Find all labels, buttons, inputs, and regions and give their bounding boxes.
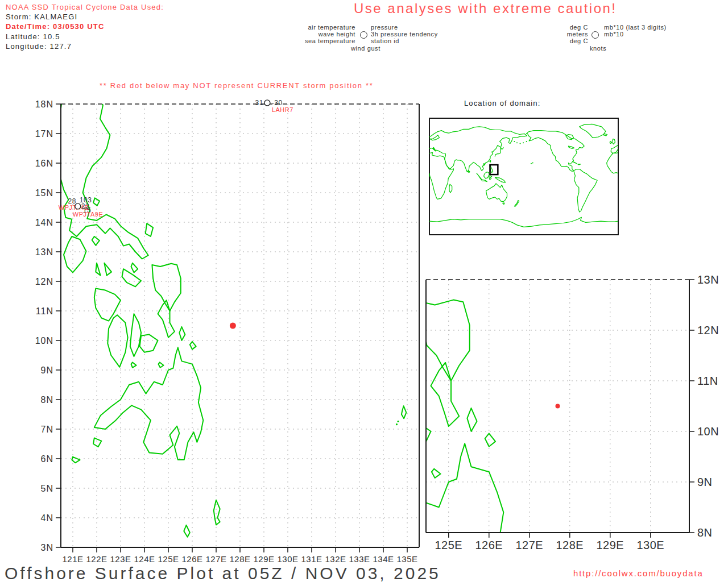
- svg-text:4N: 4N: [41, 513, 53, 523]
- svg-text:3N: 3N: [41, 543, 53, 552]
- svg-text:15N: 15N: [35, 188, 53, 198]
- svg-text:125E: 125E: [158, 554, 179, 564]
- svg-text:129E: 129E: [596, 539, 624, 551]
- svg-text:11N: 11N: [697, 375, 718, 387]
- svg-text:28: 28: [68, 197, 76, 205]
- svg-text:14N: 14N: [35, 218, 53, 227]
- svg-text:16N: 16N: [35, 159, 53, 168]
- storm-position-dot: [556, 404, 560, 409]
- svg-text:12N: 12N: [697, 324, 719, 336]
- svg-text:127E: 127E: [205, 554, 226, 564]
- svg-text:9N: 9N: [41, 365, 53, 375]
- svg-text:10N: 10N: [35, 336, 53, 346]
- svg-text:123E: 123E: [110, 554, 131, 564]
- svg-text:126E: 126E: [475, 539, 503, 551]
- svg-text:8N: 8N: [697, 526, 713, 539]
- svg-text:7N: 7N: [41, 425, 53, 434]
- zoom-map-coastlines: [239, 2, 728, 582]
- svg-text:129E: 129E: [253, 554, 274, 564]
- svg-text:13N: 13N: [697, 273, 719, 286]
- zoom-map: 13N12N11N10N9N8N125E126E127E128E129E130E: [239, 2, 728, 582]
- svg-text:131E: 131E: [301, 554, 322, 564]
- main-map-axes: 18N17N16N15N14N13N12N11N10N9N8N7N6N5N4N3…: [35, 99, 418, 564]
- zoom-map-axes: 13N12N11N10N9N8N125E126E127E128E129E130E: [435, 273, 719, 551]
- svg-text:17N: 17N: [35, 129, 53, 139]
- storm-position-dot: [230, 323, 236, 329]
- svg-text:128E: 128E: [556, 539, 584, 551]
- svg-text:11N: 11N: [36, 306, 53, 316]
- svg-text:12N: 12N: [35, 277, 53, 286]
- svg-text:124E: 124E: [134, 554, 155, 564]
- svg-text:130E: 130E: [636, 539, 664, 551]
- svg-text:128E: 128E: [229, 554, 250, 564]
- svg-text:10N: 10N: [697, 425, 719, 438]
- plot-title: Offshore Surface Plot at 05Z / NOV 03, 2…: [5, 564, 441, 582]
- svg-text:13N: 13N: [35, 247, 53, 257]
- svg-text:133E: 133E: [349, 554, 370, 564]
- svg-text:121E: 121E: [62, 554, 83, 564]
- svg-text:LAHR7: LAHR7: [272, 106, 293, 113]
- svg-text:134E: 134E: [373, 554, 394, 564]
- svg-text:6N: 6N: [41, 454, 53, 464]
- source-url-link[interactable]: http://coolwx.com/buoydata: [573, 568, 704, 578]
- main-map: 18N17N16N15N14N13N12N11N10N9N8N7N6N5N4N3…: [35, 90, 419, 564]
- maps-canvas: 18N17N16N15N14N13N12N11N10N9N8N7N6N5N4N3…: [0, 0, 728, 582]
- svg-text:135E: 135E: [396, 554, 417, 564]
- svg-text:122E: 122E: [86, 554, 107, 564]
- svg-text:126E: 126E: [181, 554, 202, 564]
- svg-text:-30: -30: [272, 99, 283, 107]
- svg-text:130E: 130E: [277, 554, 298, 564]
- svg-text:31: 31: [255, 99, 263, 107]
- main-map-coastlines: [44, 90, 406, 537]
- svg-text:WPJTA9E: WPJTA9E: [73, 211, 103, 218]
- svg-text:18N: 18N: [35, 99, 53, 109]
- svg-text:8N: 8N: [41, 395, 53, 405]
- offshore-surface-plot-page: { "header": { "source_label": "NOAA SSD …: [0, 0, 728, 582]
- svg-text:132E: 132E: [325, 554, 346, 564]
- svg-text:127E: 127E: [515, 539, 543, 551]
- svg-text:9N: 9N: [697, 476, 713, 488]
- world-inset-map: [429, 118, 618, 235]
- svg-text:5N: 5N: [41, 484, 53, 493]
- svg-text:125E: 125E: [435, 539, 462, 551]
- domain-box: [490, 165, 498, 174]
